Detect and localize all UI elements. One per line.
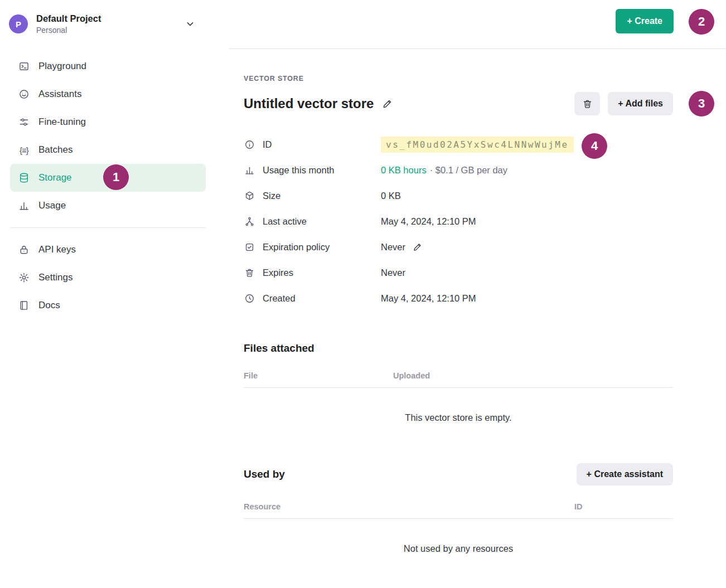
sidebar-item-label: Playground [38, 61, 86, 72]
annotation-badge-3: 3 [689, 91, 714, 116]
sidebar-nav-primary: Playground Assistants Fine-tuning {≡} Ba… [0, 52, 220, 220]
column-id: ID [574, 502, 583, 511]
used-by-empty-state: Not used by any resources [244, 543, 673, 554]
sidebar-item-label: Assistants [38, 89, 81, 100]
used-by-header-row: Used by + Create assistant [244, 463, 673, 485]
checkbox-icon [244, 242, 255, 252]
detail-value: 0 KB hours · $0.1 / GB per day [381, 165, 507, 176]
column-uploaded: Uploaded [393, 371, 430, 380]
detail-label: Last active [244, 216, 381, 227]
create-button[interactable]: + Create [616, 9, 674, 33]
last-active-value: May 4, 2024, 12:10 PM [381, 216, 476, 227]
batches-icon: {≡} [18, 146, 30, 154]
sidebar-item-settings[interactable]: Settings [10, 264, 206, 291]
annotation-badge-1: 1 [103, 164, 129, 190]
sidebar-item-label: Docs [38, 300, 60, 311]
details-list: ID vs_fM0ud02A5YxSwc4LNNwWujMe Usage thi… [244, 132, 673, 311]
files-empty-state: This vector store is empty. [244, 412, 673, 423]
detail-value: Never [381, 242, 423, 252]
detail-label: Expiration policy [244, 242, 381, 252]
sidebar-item-api-keys[interactable]: API keys [10, 236, 206, 264]
page-title: Untitled vector store [244, 96, 374, 111]
usage-amount: 0 KB hours [381, 165, 427, 176]
detail-label: ID [244, 139, 381, 150]
sidebar-item-assistants[interactable]: Assistants [10, 80, 206, 108]
detail-label: Expires [244, 268, 381, 278]
clock-icon [244, 293, 255, 304]
api-keys-icon [18, 244, 30, 255]
edit-title-icon[interactable] [382, 98, 393, 109]
chevron-down-icon [185, 18, 196, 30]
detail-row-expires: Expires Never [244, 260, 673, 285]
column-file: File [244, 371, 393, 380]
expiration-policy-value: Never [381, 242, 405, 252]
sidebar-item-playground[interactable]: Playground [10, 52, 206, 80]
topbar: + Create [229, 0, 726, 49]
detail-label: Size [244, 191, 381, 201]
page: P Default Project Personal Playground As… [0, 0, 726, 588]
detail-label: Created [244, 293, 381, 304]
project-meta: Default Project Personal [36, 13, 185, 35]
sidebar-item-label: Batches [38, 144, 72, 155]
files-table-header: File Uploaded [244, 371, 673, 388]
detail-label-text: Last active [263, 216, 307, 227]
size-value: 0 KB [381, 191, 401, 201]
main-content: + Create VECTOR STORE Untitled vector st… [229, 0, 726, 554]
trash-icon [582, 99, 593, 109]
sidebar: P Default Project Personal Playground As… [0, 0, 220, 319]
used-by-heading: Used by [244, 468, 285, 480]
usage-rate: · $0.1 / GB per day [430, 165, 507, 176]
sidebar-item-fine-tuning[interactable]: Fine-tuning [10, 108, 206, 136]
detail-value: 0 KB [381, 191, 401, 201]
detail-row-size: Size 0 KB [244, 183, 673, 208]
sidebar-item-label: Fine-tuning [38, 116, 86, 128]
usage-icon [18, 200, 30, 211]
annotation-badge-4: 4 [582, 133, 607, 159]
sidebar-item-label: Storage [38, 172, 72, 183]
delete-store-button[interactable] [574, 92, 600, 115]
detail-row-created: Created May 4, 2024, 12:10 PM [244, 285, 673, 311]
detail-label-text: Size [263, 191, 280, 201]
vector-store-panel: VECTOR STORE Untitled vector store + Add… [244, 75, 673, 554]
sidebar-item-label: Settings [38, 272, 72, 283]
project-type: Personal [36, 26, 185, 35]
assistants-icon [18, 89, 30, 100]
sidebar-item-usage[interactable]: Usage [10, 192, 206, 220]
column-resource: Resource [244, 502, 574, 511]
trash-icon [244, 268, 255, 278]
detail-row-expiration-policy: Expiration policy Never [244, 234, 673, 260]
branch-icon [244, 216, 255, 227]
info-icon [244, 139, 255, 150]
avatar: P [9, 14, 28, 33]
detail-row-id: ID vs_fM0ud02A5YxSwc4LNNwWujMe [244, 132, 673, 157]
playground-icon [18, 61, 30, 72]
docs-icon [18, 300, 30, 311]
add-files-button[interactable]: + Add files [608, 92, 673, 115]
title-row: Untitled vector store + Add files [244, 91, 673, 116]
project-switcher[interactable]: P Default Project Personal [0, 0, 220, 39]
edit-expiration-icon[interactable] [413, 242, 423, 252]
sidebar-item-label: Usage [38, 200, 66, 211]
sidebar-item-batches[interactable]: {≡} Batches [10, 136, 206, 164]
fine-tuning-icon [18, 116, 30, 128]
sidebar-nav-secondary: API keys Settings Docs [0, 236, 220, 319]
create-assistant-button[interactable]: + Create assistant [577, 463, 673, 485]
detail-value: Never [381, 268, 405, 278]
expires-value: Never [381, 268, 405, 278]
sidebar-item-label: API keys [38, 244, 76, 255]
detail-value: May 4, 2024, 12:10 PM [381, 293, 476, 304]
detail-label-text: Expires [263, 268, 293, 278]
sidebar-divider [10, 227, 206, 228]
vector-store-id[interactable]: vs_fM0ud02A5YxSwc4LNNwWujMe [381, 137, 574, 153]
used-by-table-header: Resource ID [244, 502, 673, 519]
detail-value: May 4, 2024, 12:10 PM [381, 216, 476, 227]
gear-icon [18, 272, 30, 283]
sidebar-item-docs[interactable]: Docs [10, 291, 206, 319]
detail-label-text: Expiration policy [263, 242, 330, 252]
created-value: May 4, 2024, 12:10 PM [381, 293, 476, 304]
detail-value: vs_fM0ud02A5YxSwc4LNNwWujMe [381, 137, 574, 153]
project-name: Default Project [36, 13, 185, 24]
section-eyebrow: VECTOR STORE [244, 75, 673, 82]
detail-row-usage: Usage this month 0 KB hours · $0.1 / GB … [244, 157, 673, 183]
detail-label-text: Created [263, 293, 296, 304]
